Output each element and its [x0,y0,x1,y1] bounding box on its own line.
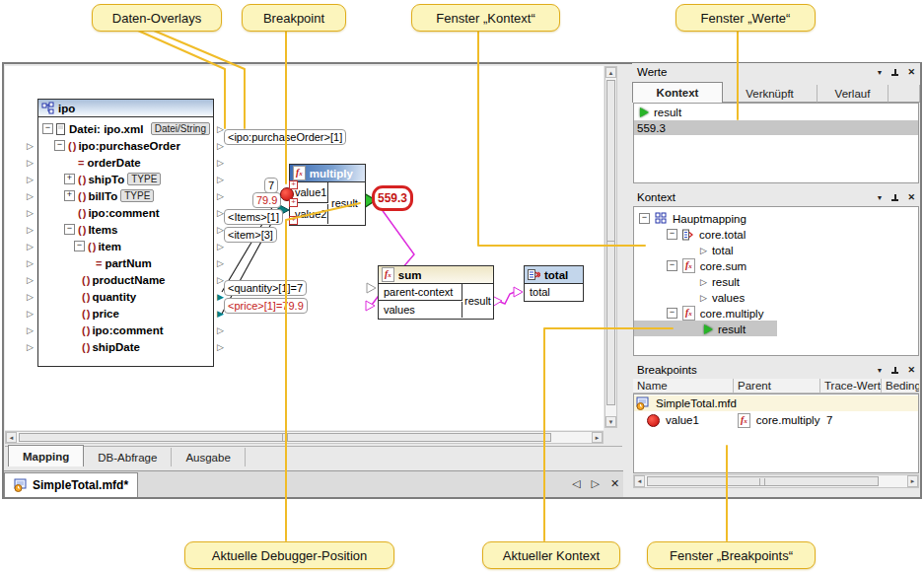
input-connector-icon[interactable] [27,208,34,218]
tree-row-quantity[interactable]: ( )quantity [38,288,213,305]
kontext-row-sum-values[interactable]: values [700,290,745,305]
close-icon[interactable]: ✕ [907,67,915,77]
breakpoint-row-name[interactable]: value1 [647,412,699,428]
werte-tab-kontext[interactable]: Kontext [632,82,723,103]
input-connector-icon[interactable] [27,309,34,319]
type-button[interactable]: TYPE [120,189,154,202]
scroll-right-icon[interactable]: ► [592,432,603,443]
kontext-panel-titlebar[interactable]: Kontext ▼✕ [632,188,920,206]
menu-dropdown-icon[interactable]: ▼ [877,69,884,76]
breakpoints-hscrollbar[interactable]: ◄ ► [633,474,919,488]
input-connector-icon[interactable] [27,141,34,151]
scroll-left-icon[interactable]: ◄ [6,432,17,443]
tree-row-file[interactable]: Datei: ipo.xml Datei/String [38,120,213,137]
column-header-parent[interactable]: Parent [734,379,820,394]
tree-row[interactable]: ( )item [38,238,213,254]
prev-doc-icon[interactable]: ◁ [572,477,580,490]
breakpoints-panel-titlebar[interactable]: Breakpoints ▼✕ [632,361,920,379]
tab-ausgabe[interactable]: Ausgabe [172,448,245,466]
output-connector-icon[interactable] [217,325,224,335]
breakpoint-row-trace[interactable]: 7 [826,412,832,428]
ipo-component[interactable]: ipo Datei: ipo.xml Datei/String ( )ipo:p… [37,99,214,367]
expand-icon[interactable] [64,174,75,184]
input-connector-icon[interactable] [27,242,34,251]
output-connector-icon[interactable] [217,191,224,201]
multiply-function[interactable]: fx multiply value1 value2 result [289,164,366,226]
input-connector-icon[interactable] [27,175,34,184]
multiply-output-result[interactable]: result [329,182,364,224]
output-connector-icon[interactable] [217,158,224,168]
kontext-row-core-multiply[interactable]: fx core.multiply [667,306,763,321]
werte-tab-verlauf[interactable]: Verlauf [817,85,888,103]
close-doc-icon[interactable]: ✕ [610,477,619,490]
collapse-icon[interactable] [64,224,75,235]
werte-result-row[interactable]: result [640,105,681,119]
collapse-icon[interactable] [54,140,65,151]
collapse-icon[interactable] [639,213,650,224]
column-header-name[interactable]: Name [633,379,734,394]
collapse-icon[interactable] [667,260,677,271]
collapse-icon[interactable] [667,229,677,240]
column-header-condition[interactable]: Bedingung [882,379,919,394]
hscroll-thumb[interactable] [19,433,551,442]
input-connector-icon[interactable] [27,342,34,352]
scroll-left-icon[interactable]: ◄ [634,475,645,487]
sum-output-result[interactable]: result [463,284,492,318]
tree-row[interactable]: ( )ipo:purchaseOrder [38,137,213,154]
document-tab[interactable]: SimpleTotal.mfd* [4,472,138,497]
output-connector-connected-icon[interactable] [217,292,224,302]
total-row[interactable]: total [525,284,582,300]
total-component[interactable]: total total [524,265,584,302]
output-connector-icon[interactable] [217,208,224,218]
expand-icon[interactable] [64,190,75,201]
werte-value-highlight[interactable] [634,120,918,135]
pin-icon[interactable] [890,193,899,202]
pin-icon[interactable] [890,366,899,375]
output-connector-icon[interactable] [217,242,224,251]
tree-row[interactable]: ( )billToTYPE [38,187,213,204]
add-input-icon[interactable]: + [289,216,298,225]
output-connector-icon[interactable] [217,275,224,285]
canvas-vscrollbar[interactable]: ▲ ▼ [604,66,617,428]
input-connector-icon[interactable] [27,325,34,335]
type-button[interactable]: TYPE [127,173,161,185]
output-connector-connected-icon[interactable] [217,309,224,319]
multiply-header[interactable]: fx multiply [290,165,365,182]
output-connector-icon[interactable] [217,124,224,134]
output-connector-icon[interactable] [217,342,224,352]
input-connector-icon[interactable] [27,225,34,235]
tree-row[interactable]: ( )Items [38,221,213,238]
input-connector-icon[interactable] [27,258,34,268]
kontext-row-sum-result[interactable]: result [700,274,740,289]
vscroll-thumb[interactable] [606,80,615,405]
menu-dropdown-icon[interactable]: ▼ [877,367,884,374]
close-icon[interactable]: ✕ [907,365,915,375]
output-connector-icon[interactable] [217,175,224,184]
tree-row[interactable]: ( )ipo:comment [38,204,213,221]
werte-tab-verknuepft[interactable]: Verknüpft [723,85,817,103]
kontext-row-core-sum[interactable]: fx core.sum [667,258,746,273]
scroll-down-icon[interactable]: ▼ [605,416,616,427]
input-connector-icon[interactable] [27,292,34,302]
tree-row[interactable]: =partNum [38,254,213,271]
canvas-hscrollbar[interactable]: ◄ ► [5,431,604,444]
next-doc-icon[interactable]: ▷ [591,477,599,490]
sum-header[interactable]: fx sum [379,266,493,284]
ipo-component-header[interactable]: ipo [38,100,213,117]
tree-row[interactable]: ( )ipo:comment [38,322,213,338]
kontext-row-core-total[interactable]: core.total [667,227,746,242]
tree-row-price[interactable]: ( )price [38,305,213,322]
breakpoints-file-row[interactable]: SimpleTotal.mfd [636,395,737,411]
close-icon[interactable]: ✕ [907,192,915,202]
scroll-up-icon[interactable]: ▲ [605,67,616,78]
collapse-icon[interactable] [74,241,85,251]
scroll-right-icon[interactable]: ► [907,475,918,487]
input-connector-icon[interactable] [27,191,34,201]
sum-function[interactable]: fx sum parent-context values result [378,265,494,320]
kontext-row-current-result[interactable]: result [704,322,746,336]
tree-row[interactable]: ( )shipToTYPE [38,171,213,187]
breakpoint-row-parent[interactable]: fx core.multiply [738,412,819,428]
output-connector-icon[interactable] [217,141,224,151]
output-connector-icon[interactable] [217,225,224,235]
menu-dropdown-icon[interactable]: ▼ [877,194,884,201]
